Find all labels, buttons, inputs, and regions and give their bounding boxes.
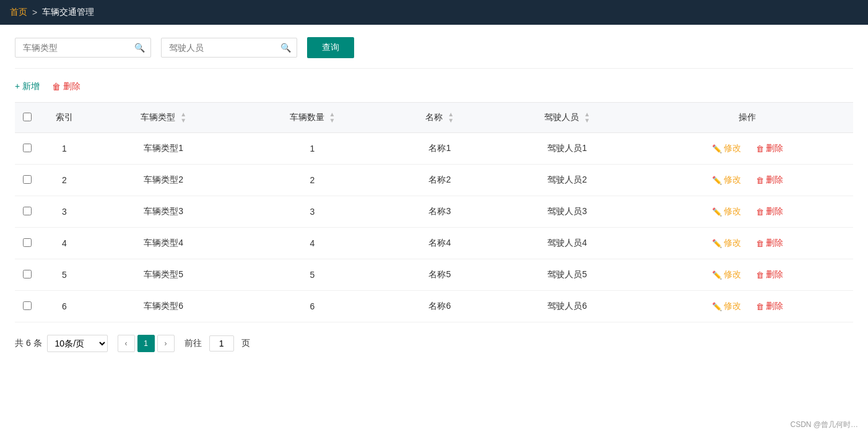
total-label: 共 6 条 [15, 338, 42, 349]
row-name-4: 名称4 [387, 228, 493, 259]
row-checkbox-cell [15, 165, 40, 196]
delete-button-5[interactable]: 🗑 删除 [756, 269, 783, 280]
add-button[interactable]: + 新增 [15, 81, 40, 92]
table-body: 1 车辆类型1 1 名称1 驾驶人员1 ✏️ 修改 🗑 删除 [15, 133, 853, 322]
col-name: 名称 ▲▼ [387, 103, 493, 133]
trash-icon: 🗑 [52, 82, 61, 92]
row-checkbox-5[interactable] [23, 270, 32, 278]
row-vehicle-type-4: 车辆类型4 [89, 228, 238, 259]
page-1-button[interactable]: 1 [137, 335, 155, 352]
edit-label-2: 修改 [724, 175, 741, 186]
breadcrumb-separator: > [32, 7, 37, 17]
table-row: 5 车辆类型5 5 名称5 驾驶人员5 ✏️ 修改 🗑 删除 [15, 259, 853, 291]
name-sort-icon[interactable]: ▲▼ [448, 111, 454, 124]
edit-icon-5: ✏️ [712, 270, 722, 280]
prev-page-button[interactable]: ‹ [118, 335, 135, 352]
edit-icon-1: ✏️ [712, 144, 722, 153]
row-driver-4: 驾驶人员4 [493, 228, 641, 259]
del-icon-3: 🗑 [756, 207, 764, 217]
vehicle-type-sort-icon[interactable]: ▲▼ [180, 111, 186, 124]
edit-label-1: 修改 [724, 143, 741, 154]
row-checkbox-1[interactable] [23, 144, 32, 152]
nav-bar: 首页 > 车辆交通管理 [0, 0, 868, 25]
vehicle-type-search-icon: 🔍 [134, 43, 145, 53]
row-vehicle-count-1: 1 [238, 133, 386, 165]
query-button[interactable]: 查询 [307, 37, 354, 58]
driver-sort-icon[interactable]: ▲▼ [584, 111, 590, 124]
edit-icon-3: ✏️ [712, 207, 722, 217]
page-size-select[interactable]: 10条/页 20条/页 50条/页 [47, 335, 108, 352]
row-checkbox-3[interactable] [23, 207, 32, 215]
row-index-3: 3 [40, 196, 89, 228]
col-vehicle-type: 车辆类型 ▲▼ [89, 103, 238, 133]
del-label-4: 删除 [766, 238, 783, 249]
row-checkbox-cell [15, 133, 40, 165]
delete-button-3[interactable]: 🗑 删除 [756, 206, 783, 217]
row-driver-1: 驾驶人员1 [493, 133, 641, 165]
next-page-button[interactable]: › [157, 335, 175, 352]
row-action-2: ✏️ 修改 🗑 删除 [641, 165, 853, 196]
table-header-row: 索引 车辆类型 ▲▼ 车辆数量 ▲▼ 名称 ▲▼ 驾驶人员 ▲▼ 操作 [15, 103, 853, 133]
vehicle-type-input[interactable] [15, 38, 151, 58]
col-vehicle-count: 车辆数量 ▲▼ [238, 103, 386, 133]
edit-button-1[interactable]: ✏️ 修改 [712, 143, 741, 154]
row-action-4: ✏️ 修改 🗑 删除 [641, 228, 853, 259]
row-vehicle-count-6: 6 [238, 291, 386, 322]
table-row: 2 车辆类型2 2 名称2 驾驶人员2 ✏️ 修改 🗑 删除 [15, 165, 853, 196]
row-action-6: ✏️ 修改 🗑 删除 [641, 291, 853, 322]
row-checkbox-4[interactable] [23, 238, 32, 247]
driver-input[interactable] [161, 38, 297, 58]
col-index: 索引 [40, 103, 89, 133]
row-index-2: 2 [40, 165, 89, 196]
vehicle-type-input-wrapper: 🔍 [15, 38, 151, 58]
row-index-6: 6 [40, 291, 89, 322]
batch-delete-label: 删除 [63, 81, 80, 92]
batch-delete-button[interactable]: 🗑 删除 [52, 81, 80, 92]
goto-prefix: 前往 [184, 338, 202, 349]
action-bar: + 新增 🗑 删除 [15, 81, 853, 92]
action-cell-4: ✏️ 修改 🗑 删除 [649, 238, 846, 249]
vehicle-count-sort-icon[interactable]: ▲▼ [329, 111, 335, 124]
table-row: 3 车辆类型3 3 名称3 驾驶人员3 ✏️ 修改 🗑 删除 [15, 196, 853, 228]
edit-label-5: 修改 [724, 269, 741, 280]
delete-button-4[interactable]: 🗑 删除 [756, 238, 783, 249]
home-link[interactable]: 首页 [10, 7, 27, 18]
col-action: 操作 [641, 103, 853, 133]
action-cell-3: ✏️ 修改 🗑 删除 [649, 206, 846, 217]
row-name-1: 名称1 [387, 133, 493, 165]
edit-button-4[interactable]: ✏️ 修改 [712, 238, 741, 249]
row-action-3: ✏️ 修改 🗑 删除 [641, 196, 853, 228]
edit-icon-2: ✏️ [712, 176, 722, 185]
main-content: 🔍 🔍 查询 + 新增 🗑 删除 索引 车辆类型 ▲▼ [0, 25, 868, 440]
delete-button-1[interactable]: 🗑 删除 [756, 143, 783, 154]
edit-label-3: 修改 [724, 206, 741, 217]
edit-button-2[interactable]: ✏️ 修改 [712, 175, 741, 186]
row-index-5: 5 [40, 259, 89, 291]
breadcrumb-current: 车辆交通管理 [42, 7, 94, 18]
col-driver: 驾驶人员 ▲▼ [493, 103, 641, 133]
edit-button-5[interactable]: ✏️ 修改 [712, 269, 741, 280]
row-name-5: 名称5 [387, 259, 493, 291]
del-label-1: 删除 [766, 143, 783, 154]
edit-button-6[interactable]: ✏️ 修改 [712, 301, 741, 312]
delete-button-6[interactable]: 🗑 删除 [756, 301, 783, 312]
table-row: 6 车辆类型6 6 名称6 驾驶人员6 ✏️ 修改 🗑 删除 [15, 291, 853, 322]
edit-label-6: 修改 [724, 301, 741, 312]
edit-button-3[interactable]: ✏️ 修改 [712, 206, 741, 217]
action-cell-2: ✏️ 修改 🗑 删除 [649, 175, 846, 186]
row-driver-6: 驾驶人员6 [493, 291, 641, 322]
table-row: 1 车辆类型1 1 名称1 驾驶人员1 ✏️ 修改 🗑 删除 [15, 133, 853, 165]
row-checkbox-6[interactable] [23, 301, 32, 310]
row-checkbox-2[interactable] [23, 175, 32, 184]
row-driver-3: 驾驶人员3 [493, 196, 641, 228]
data-table: 索引 车辆类型 ▲▼ 车辆数量 ▲▼ 名称 ▲▼ 驾驶人员 ▲▼ 操作 [15, 102, 853, 322]
search-bar: 🔍 🔍 查询 [15, 37, 853, 69]
row-vehicle-type-5: 车辆类型5 [89, 259, 238, 291]
goto-input[interactable] [209, 335, 234, 352]
del-icon-2: 🗑 [756, 176, 764, 185]
select-all-checkbox[interactable] [23, 113, 32, 121]
del-icon-1: 🗑 [756, 144, 764, 153]
delete-button-2[interactable]: 🗑 删除 [756, 175, 783, 186]
row-vehicle-type-3: 车辆类型3 [89, 196, 238, 228]
row-action-5: ✏️ 修改 🗑 删除 [641, 259, 853, 291]
